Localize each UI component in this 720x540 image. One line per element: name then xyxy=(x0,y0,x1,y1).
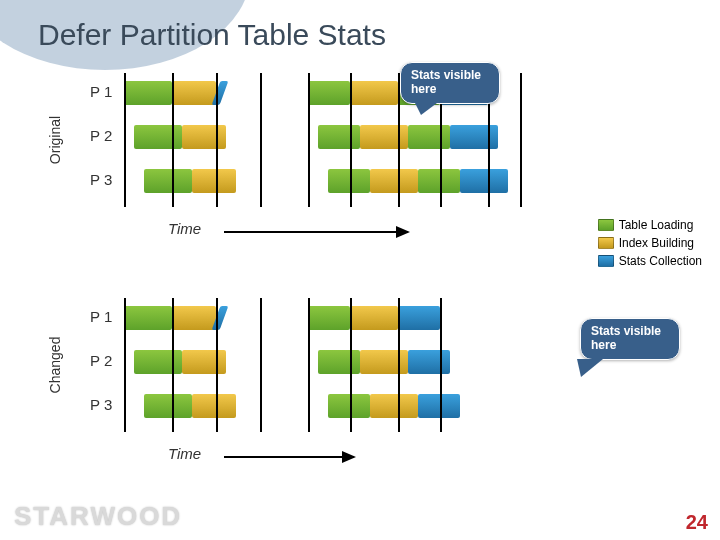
legend-item-load: Table Loading xyxy=(598,218,702,232)
slide-number: 24 xyxy=(686,511,708,534)
segment-index xyxy=(350,306,398,330)
gridline xyxy=(124,73,126,207)
segment-load xyxy=(418,169,460,193)
segment-load xyxy=(144,394,192,418)
segment-load xyxy=(328,394,370,418)
swatch-icon xyxy=(598,237,614,249)
gridline xyxy=(172,73,174,207)
segment-index xyxy=(172,306,216,330)
segment-index xyxy=(360,350,408,374)
gridline xyxy=(216,73,218,207)
arrow-icon xyxy=(124,449,444,465)
segment-stats xyxy=(418,394,460,418)
slide-title: Defer Partition Table Stats xyxy=(38,18,386,52)
row-label: P 3 xyxy=(90,171,124,188)
segment-stats xyxy=(408,350,450,374)
segment-stats xyxy=(460,169,508,193)
segment-stats xyxy=(398,306,440,330)
callout-stats-visible-changed: Stats visible here xyxy=(580,318,680,360)
legend-item-index: Index Building xyxy=(598,236,702,250)
gridline xyxy=(398,298,400,432)
segment-index xyxy=(172,81,216,105)
swatch-icon xyxy=(598,219,614,231)
segment-load xyxy=(134,350,182,374)
legend-label: Table Loading xyxy=(619,218,694,232)
arrow-icon xyxy=(124,224,444,240)
row-label: P 2 xyxy=(90,127,124,144)
gridline xyxy=(308,73,310,207)
segment-load xyxy=(124,306,172,330)
gridline xyxy=(350,298,352,432)
gridline xyxy=(520,73,522,207)
segment-index xyxy=(192,394,236,418)
row-p3: P 3 xyxy=(90,163,520,205)
callout-stats-visible-original: Stats visible here xyxy=(400,62,500,104)
legend-item-stats: Stats Collection xyxy=(598,254,702,268)
row-label: P 1 xyxy=(90,83,124,100)
legend-label: Stats Collection xyxy=(619,254,702,268)
row-label: P 2 xyxy=(90,352,124,369)
gridline xyxy=(440,298,442,432)
gridline xyxy=(308,298,310,432)
segment-load xyxy=(328,169,370,193)
row-p2: P 2 xyxy=(90,119,520,161)
row-label: P 1 xyxy=(90,308,124,325)
segment-index xyxy=(370,394,418,418)
gridline xyxy=(216,298,218,432)
group-label-changed: Changed xyxy=(47,337,63,394)
segment-load xyxy=(308,81,350,105)
row-p1: P 1 xyxy=(90,300,520,342)
segment-load xyxy=(308,306,350,330)
gridline xyxy=(260,73,262,207)
segment-index xyxy=(192,169,236,193)
segment-stats xyxy=(450,125,498,149)
segment-load xyxy=(134,125,182,149)
gridline xyxy=(260,298,262,432)
logo: STARWOOD xyxy=(14,501,182,532)
group-label-original: Original xyxy=(47,116,63,164)
segment-load xyxy=(318,350,360,374)
timeline-changed: Changed P 1 P 2 P 3 xyxy=(90,300,520,430)
segment-load xyxy=(318,125,360,149)
segment-load xyxy=(144,169,192,193)
row-p3: P 3 xyxy=(90,388,520,430)
legend: Table Loading Index Building Stats Colle… xyxy=(598,218,702,272)
legend-label: Index Building xyxy=(619,236,694,250)
segment-index xyxy=(350,81,398,105)
swatch-icon xyxy=(598,255,614,267)
segment-index xyxy=(360,125,408,149)
row-p2: P 2 xyxy=(90,344,520,386)
row-label: P 3 xyxy=(90,396,124,413)
gridline xyxy=(172,298,174,432)
segment-index xyxy=(182,350,226,374)
segment-load xyxy=(124,81,172,105)
gridline xyxy=(350,73,352,207)
segment-index xyxy=(370,169,418,193)
segment-index xyxy=(182,125,226,149)
gridline xyxy=(124,298,126,432)
segment-load xyxy=(408,125,450,149)
